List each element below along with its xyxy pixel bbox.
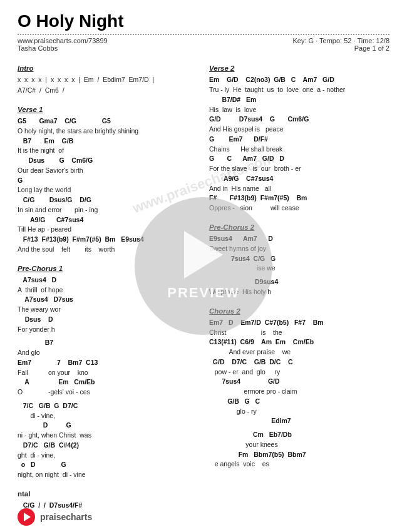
pc2-chord-1: E9sus4 Am7 D: [209, 234, 389, 244]
ch2-lyric-7: your knees: [209, 440, 389, 450]
pc1-chord-8: D G: [18, 421, 198, 431]
v2-lyric-5: For the slave is our broth - er: [209, 164, 389, 174]
v1-lyric-3: Our dear Savior's birth: [18, 166, 198, 176]
pc2-chord-2: 7sus4 C/G G: [209, 254, 389, 264]
pc1-chord-5: Em7 7 Bm7 C13: [18, 358, 198, 368]
v1-lyric-1: O holy night, the stars are brightly shi…: [18, 126, 198, 136]
pc1-lyric-2: The weary wor: [18, 305, 198, 315]
pc1-chord-2: A7sus4 D7sus: [18, 295, 198, 305]
v2-chord-2: B7/D# Em: [209, 95, 389, 105]
pc1-lyric-7: di - vine,: [18, 411, 198, 421]
right-column: Verse 2 Em G/D C2(no3) G/B C Am7 G/D Tru…: [209, 58, 389, 511]
v2-chord-5: G C Am7 G/D D: [209, 154, 389, 164]
v1-chord-5: C/G Dsus/G D/G: [18, 195, 198, 205]
v2-chord-3: G/D D7sus4 G Cm6/G: [209, 115, 389, 125]
artist: Tasha Cobbs: [18, 44, 58, 52]
v1-chord-4: G: [18, 176, 198, 186]
v1-lyric-2: It is the night of: [18, 146, 198, 156]
v2-lyric-2: His law is love: [209, 105, 389, 115]
ch2-chord-8: Fm Bbm7(b5) Bbm7: [209, 450, 389, 460]
pc1-lyric-8: ni - ght, when Christ was: [18, 431, 198, 441]
footer-logo: [18, 508, 35, 526]
page-container: O Holy Night www.praisecharts.com/73899 …: [0, 0, 407, 532]
v2-lyric-4: Chains He shall break: [209, 145, 389, 155]
v1-chord-1: G5 Gma7 C/G G5: [18, 116, 198, 126]
ch2-lyric-3: pow - er and glo ry: [209, 367, 389, 377]
pc1-chord-9: D7/C G/B C#4(2): [18, 441, 198, 451]
v2-lyric-6: And in His name all: [209, 184, 389, 194]
section-chorus2-label: Chorus 2: [209, 306, 389, 317]
pc1-chord-6: A Em Cm/Eb: [18, 377, 198, 387]
v1-lyric-4: Long lay the world: [18, 185, 198, 195]
page-number: Page 1 of 2: [354, 44, 389, 52]
pc1-chord-10: o D G: [18, 460, 198, 470]
url: www.praisecharts.com/73899: [18, 37, 108, 44]
v1-lyric-7: And the soul felt its worth: [18, 245, 198, 255]
ch2-chord-7: Cm Eb7/Db: [209, 430, 389, 440]
v2-lyric-1: Tru - ly He taught us to love one a - no…: [209, 85, 389, 95]
footer-brand: praisecharts: [40, 512, 92, 522]
key-tempo-time: Key: G · Tempo: 52 · Time: 12/8: [292, 37, 389, 44]
v2-chord-1: Em G/D C2(no3) G/B C Am7 G/D: [209, 75, 389, 85]
v2-lyric-7: Oppres - sion will cease: [209, 203, 389, 213]
pc1-lyric-3: For yonder h: [18, 325, 198, 335]
section-verse1-label: Verse 1: [18, 105, 198, 115]
left-column: Intro x x x x | x x x x | Em / Ebdim7 Em…: [18, 58, 198, 511]
pc2-lyric-3: We praise His holy h: [209, 287, 389, 297]
pc1-chord-3: Dsus D: [18, 315, 198, 325]
v1-lyric-5: In sin and error pin - ing: [18, 205, 198, 215]
pc1-chord-4: B7: [18, 338, 198, 348]
pc1-chord-7: 7/C G/B G D7/C: [18, 401, 198, 411]
section-prechorus2-label: Pre-Chorus 2: [209, 222, 389, 233]
ch2-lyric-4: ermore pro - claim: [209, 387, 389, 397]
pc2-lyric-1: Sweet hymns of joy: [209, 244, 389, 254]
ch2-chord-5: G/B G C: [209, 397, 389, 407]
footer-play-icon: [24, 513, 31, 521]
ch2-lyric-2: And ever praise we: [209, 347, 389, 357]
pc2-lyric-2: ise we: [209, 263, 389, 274]
v1-chord-2: B7 Em G/B: [18, 136, 198, 146]
ch2-chord-3: G/D D7/C G/B D/C C: [209, 357, 389, 367]
ch2-lyric-8: e angels voic es: [209, 459, 389, 469]
ch2-lyric-5: glo - ry: [209, 407, 389, 417]
footer: praisecharts: [18, 508, 389, 526]
pc1-chord-1: A7sus4 D: [18, 275, 198, 285]
v2-chord-7: F# F#13(b9) F#m7(#5) Bm: [209, 193, 389, 203]
ch2-chord-2: C13(#11) C6/9 Am Em Cm/Eb: [209, 337, 389, 347]
intro-line-1: x x x x | x x x x | Em / Ebdim7 Em7/D |: [18, 75, 198, 85]
v2-lyric-3: And His gospel is peace: [209, 125, 389, 135]
pc1-lyric-5: Fall on your kno: [18, 368, 198, 378]
section-intro-label: Intro: [18, 63, 198, 74]
v2-chord-6: A9/G C#7sus4: [209, 174, 389, 184]
pc1-lyric-10: night, on night di - vine: [18, 470, 198, 480]
song-title: O Holy Night: [18, 11, 389, 31]
meta-right: Key: G · Tempo: 52 · Time: 12/8 Page 1 o…: [292, 37, 389, 52]
section-prechorus1-label: Pre-Chorus 1: [18, 263, 198, 274]
v2-chord-4: G Em7 D/F#: [209, 135, 389, 145]
ch2-chord-4: 7sus4 G/D: [209, 377, 389, 387]
pc1-lyric-4: And glo: [18, 348, 198, 358]
v1-lyric-6: Till He ap - peared: [18, 225, 198, 235]
dotted-separator: [18, 34, 389, 35]
ch2-lyric-1: Christ is the: [209, 328, 389, 338]
section-ntal-label: ntal: [18, 489, 198, 499]
section-verse2-label: Verse 2: [209, 63, 389, 74]
content-columns: Intro x x x x | x x x x | Em / Ebdim7 Em…: [18, 58, 389, 511]
intro-line-2: A7/C# / Cm6 /: [18, 86, 198, 96]
pc1-lyric-6: O -gels' voi - ces: [18, 387, 198, 397]
pc1-lyric-1: A thrill of hope: [18, 285, 198, 295]
v1-chord-6: A9/G C#7sus4: [18, 215, 198, 225]
v1-chord-7: F#13 F#13(b9) F#m7(#5) Bm E9sus4: [18, 235, 198, 245]
v1-chord-3: Dsus G Cm6/G: [18, 156, 198, 166]
meta-left: www.praisecharts.com/73899 Tasha Cobbs: [18, 37, 108, 52]
ch2-chord-6: Edim7: [209, 416, 389, 426]
pc2-chord-3: D9sus4: [209, 277, 389, 287]
ch2-chord-1: Em7 D Em7/D C#7(b5) F#7 Bm: [209, 318, 389, 328]
meta-row: www.praisecharts.com/73899 Tasha Cobbs K…: [18, 37, 389, 52]
pc1-lyric-9: ght di - vine,: [18, 451, 198, 461]
